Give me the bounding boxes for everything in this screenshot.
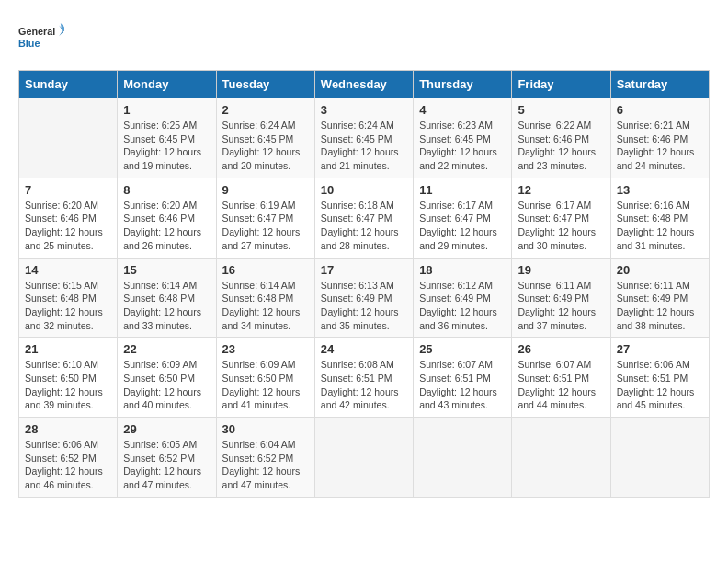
day-info: Sunrise: 6:25 AMSunset: 6:45 PMDaylight:… bbox=[123, 119, 210, 173]
week-row-3: 14Sunrise: 6:15 AMSunset: 6:48 PMDayligh… bbox=[19, 258, 710, 338]
day-info: Sunrise: 6:24 AMSunset: 6:45 PMDaylight:… bbox=[321, 119, 407, 173]
day-number: 14 bbox=[25, 263, 111, 277]
day-cell: 22Sunrise: 6:09 AMSunset: 6:50 PMDayligh… bbox=[118, 338, 216, 418]
svg-text:General: General bbox=[18, 26, 55, 37]
day-cell: 25Sunrise: 6:07 AMSunset: 6:51 PMDayligh… bbox=[414, 338, 512, 418]
week-row-4: 21Sunrise: 6:10 AMSunset: 6:50 PMDayligh… bbox=[19, 338, 710, 418]
svg-text:Blue: Blue bbox=[18, 38, 40, 49]
day-number: 5 bbox=[518, 103, 604, 117]
day-cell: 1Sunrise: 6:25 AMSunset: 6:45 PMDaylight… bbox=[118, 98, 216, 178]
day-cell: 7Sunrise: 6:20 AMSunset: 6:46 PMDaylight… bbox=[19, 178, 118, 258]
day-cell: 19Sunrise: 6:11 AMSunset: 6:49 PMDayligh… bbox=[512, 258, 610, 338]
day-cell: 5Sunrise: 6:22 AMSunset: 6:46 PMDaylight… bbox=[512, 98, 610, 178]
day-cell: 20Sunrise: 6:11 AMSunset: 6:49 PMDayligh… bbox=[610, 258, 709, 338]
day-cell bbox=[414, 418, 512, 498]
column-header-saturday: Saturday bbox=[610, 71, 709, 98]
day-number: 3 bbox=[321, 103, 407, 117]
day-info: Sunrise: 6:08 AMSunset: 6:51 PMDaylight:… bbox=[321, 358, 407, 412]
week-row-2: 7Sunrise: 6:20 AMSunset: 6:46 PMDaylight… bbox=[19, 178, 710, 258]
column-header-monday: Monday bbox=[118, 71, 216, 98]
day-number: 19 bbox=[518, 263, 604, 277]
day-number: 13 bbox=[617, 183, 703, 197]
day-number: 6 bbox=[617, 103, 703, 117]
day-info: Sunrise: 6:14 AMSunset: 6:48 PMDaylight:… bbox=[222, 279, 309, 333]
day-number: 17 bbox=[321, 263, 407, 277]
column-header-wednesday: Wednesday bbox=[314, 71, 413, 98]
day-info: Sunrise: 6:17 AMSunset: 6:47 PMDaylight:… bbox=[419, 199, 506, 253]
day-info: Sunrise: 6:06 AMSunset: 6:52 PMDaylight:… bbox=[25, 438, 111, 492]
day-cell bbox=[610, 418, 709, 498]
day-info: Sunrise: 6:23 AMSunset: 6:45 PMDaylight:… bbox=[419, 119, 506, 173]
day-cell bbox=[512, 418, 610, 498]
day-cell: 30Sunrise: 6:04 AMSunset: 6:52 PMDayligh… bbox=[216, 418, 314, 498]
day-number: 23 bbox=[222, 342, 309, 356]
day-number: 10 bbox=[321, 183, 407, 197]
day-info: Sunrise: 6:16 AMSunset: 6:48 PMDaylight:… bbox=[617, 199, 703, 253]
day-info: Sunrise: 6:12 AMSunset: 6:49 PMDaylight:… bbox=[419, 279, 506, 333]
day-cell: 26Sunrise: 6:07 AMSunset: 6:51 PMDayligh… bbox=[512, 338, 610, 418]
day-info: Sunrise: 6:09 AMSunset: 6:50 PMDaylight:… bbox=[123, 358, 210, 412]
day-info: Sunrise: 6:05 AMSunset: 6:52 PMDaylight:… bbox=[123, 438, 210, 492]
day-number: 27 bbox=[617, 342, 703, 356]
day-cell: 21Sunrise: 6:10 AMSunset: 6:50 PMDayligh… bbox=[19, 338, 118, 418]
day-number: 8 bbox=[123, 183, 210, 197]
day-number: 9 bbox=[222, 183, 309, 197]
day-cell: 2Sunrise: 6:24 AMSunset: 6:45 PMDaylight… bbox=[216, 98, 314, 178]
day-cell: 3Sunrise: 6:24 AMSunset: 6:45 PMDaylight… bbox=[314, 98, 413, 178]
day-cell bbox=[19, 98, 118, 178]
day-info: Sunrise: 6:11 AMSunset: 6:49 PMDaylight:… bbox=[617, 279, 703, 333]
day-info: Sunrise: 6:13 AMSunset: 6:49 PMDaylight:… bbox=[321, 279, 407, 333]
day-cell: 4Sunrise: 6:23 AMSunset: 6:45 PMDaylight… bbox=[414, 98, 512, 178]
logo-svg: General Blue bbox=[18, 18, 64, 55]
day-cell: 29Sunrise: 6:05 AMSunset: 6:52 PMDayligh… bbox=[118, 418, 216, 498]
day-number: 2 bbox=[222, 103, 309, 117]
day-number: 11 bbox=[419, 183, 506, 197]
day-cell: 12Sunrise: 6:17 AMSunset: 6:47 PMDayligh… bbox=[512, 178, 610, 258]
day-info: Sunrise: 6:04 AMSunset: 6:52 PMDaylight:… bbox=[222, 438, 309, 492]
day-info: Sunrise: 6:22 AMSunset: 6:46 PMDaylight:… bbox=[518, 119, 604, 173]
day-number: 4 bbox=[419, 103, 506, 117]
day-info: Sunrise: 6:20 AMSunset: 6:46 PMDaylight:… bbox=[123, 199, 210, 253]
day-cell: 13Sunrise: 6:16 AMSunset: 6:48 PMDayligh… bbox=[610, 178, 709, 258]
day-number: 7 bbox=[25, 183, 111, 197]
day-info: Sunrise: 6:20 AMSunset: 6:46 PMDaylight:… bbox=[25, 199, 111, 253]
day-number: 12 bbox=[518, 183, 604, 197]
day-cell: 17Sunrise: 6:13 AMSunset: 6:49 PMDayligh… bbox=[314, 258, 413, 338]
day-cell: 14Sunrise: 6:15 AMSunset: 6:48 PMDayligh… bbox=[19, 258, 118, 338]
header-row: SundayMondayTuesdayWednesdayThursdayFrid… bbox=[19, 71, 710, 98]
day-cell bbox=[314, 418, 413, 498]
day-cell: 10Sunrise: 6:18 AMSunset: 6:47 PMDayligh… bbox=[314, 178, 413, 258]
day-info: Sunrise: 6:07 AMSunset: 6:51 PMDaylight:… bbox=[518, 358, 604, 412]
day-number: 16 bbox=[222, 263, 309, 277]
day-number: 30 bbox=[222, 422, 309, 436]
column-header-thursday: Thursday bbox=[414, 71, 512, 98]
header: General Blue bbox=[18, 18, 710, 55]
day-number: 20 bbox=[617, 263, 703, 277]
day-info: Sunrise: 6:17 AMSunset: 6:47 PMDaylight:… bbox=[518, 199, 604, 253]
week-row-5: 28Sunrise: 6:06 AMSunset: 6:52 PMDayligh… bbox=[19, 418, 710, 498]
day-info: Sunrise: 6:09 AMSunset: 6:50 PMDaylight:… bbox=[222, 358, 309, 412]
day-number: 18 bbox=[419, 263, 506, 277]
day-cell: 16Sunrise: 6:14 AMSunset: 6:48 PMDayligh… bbox=[216, 258, 314, 338]
day-info: Sunrise: 6:24 AMSunset: 6:45 PMDaylight:… bbox=[222, 119, 309, 173]
logo: General Blue bbox=[18, 18, 64, 55]
day-number: 28 bbox=[25, 422, 111, 436]
column-header-tuesday: Tuesday bbox=[216, 71, 314, 98]
day-cell: 27Sunrise: 6:06 AMSunset: 6:51 PMDayligh… bbox=[610, 338, 709, 418]
day-cell: 11Sunrise: 6:17 AMSunset: 6:47 PMDayligh… bbox=[414, 178, 512, 258]
day-cell: 15Sunrise: 6:14 AMSunset: 6:48 PMDayligh… bbox=[118, 258, 216, 338]
day-number: 25 bbox=[419, 342, 506, 356]
day-number: 24 bbox=[321, 342, 407, 356]
day-number: 21 bbox=[25, 342, 111, 356]
day-number: 26 bbox=[518, 342, 604, 356]
day-info: Sunrise: 6:18 AMSunset: 6:47 PMDaylight:… bbox=[321, 199, 407, 253]
day-number: 15 bbox=[123, 263, 210, 277]
day-cell: 23Sunrise: 6:09 AMSunset: 6:50 PMDayligh… bbox=[216, 338, 314, 418]
day-cell: 8Sunrise: 6:20 AMSunset: 6:46 PMDaylight… bbox=[118, 178, 216, 258]
day-info: Sunrise: 6:14 AMSunset: 6:48 PMDaylight:… bbox=[123, 279, 210, 333]
day-cell: 6Sunrise: 6:21 AMSunset: 6:46 PMDaylight… bbox=[610, 98, 709, 178]
day-info: Sunrise: 6:21 AMSunset: 6:46 PMDaylight:… bbox=[617, 119, 703, 173]
day-cell: 24Sunrise: 6:08 AMSunset: 6:51 PMDayligh… bbox=[314, 338, 413, 418]
day-info: Sunrise: 6:19 AMSunset: 6:47 PMDaylight:… bbox=[222, 199, 309, 253]
calendar-table: SundayMondayTuesdayWednesdayThursdayFrid… bbox=[18, 70, 710, 498]
